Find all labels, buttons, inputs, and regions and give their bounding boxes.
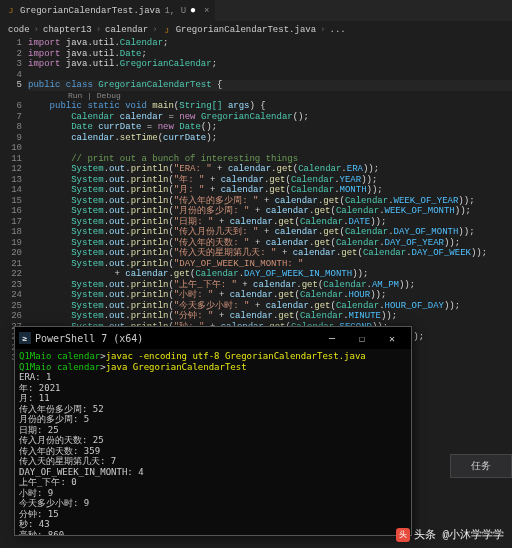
breadcrumb-item[interactable]: GregorianCalendarTest.java <box>176 25 316 35</box>
tab-filename: GregorianCalendarTest.java <box>20 6 160 16</box>
breadcrumb-item[interactable]: ... <box>330 25 346 35</box>
code-area[interactable]: import java.util.Calendar;import java.ut… <box>28 38 512 364</box>
close-icon[interactable]: × <box>204 6 209 16</box>
terminal-titlebar[interactable]: ≥ PowerShell 7 (x64) ─ ☐ ✕ <box>15 327 411 349</box>
maximize-button[interactable]: ☐ <box>347 328 377 348</box>
breadcrumb-item[interactable]: chapter13 <box>43 25 92 35</box>
chevron-right-icon: › <box>320 25 325 35</box>
breadcrumb-item[interactable]: code <box>8 25 30 35</box>
close-button[interactable]: ✕ <box>377 328 407 348</box>
chevron-right-icon: › <box>152 25 157 35</box>
line-gutter: 1234567891011121314151617181920212223242… <box>0 38 28 364</box>
java-file-icon: J <box>162 25 172 35</box>
tab-modified: 1, U <box>164 6 186 16</box>
breadcrumb-item[interactable]: calendar <box>105 25 148 35</box>
attribution-text: 头条 @小沐学学学 <box>414 527 504 542</box>
java-file-icon: J <box>6 6 16 16</box>
editor-tab[interactable]: J GregorianCalendarTest.java 1, U ● × <box>0 0 215 21</box>
tab-bar: J GregorianCalendarTest.java 1, U ● × <box>0 0 512 22</box>
task-button[interactable]: 任务 <box>450 454 512 478</box>
attribution: 头 头条 @小沐学学学 <box>396 527 504 542</box>
chevron-right-icon: › <box>34 25 39 35</box>
code-editor[interactable]: 1234567891011121314151617181920212223242… <box>0 38 512 364</box>
chevron-right-icon: › <box>96 25 101 35</box>
terminal-title: PowerShell 7 (x64) <box>35 333 143 344</box>
minimize-button[interactable]: ─ <box>317 328 347 348</box>
toutiao-icon: 头 <box>396 528 410 542</box>
terminal-body[interactable]: Q1Maio calendar>javac -encoding utf-8 Gr… <box>15 349 411 535</box>
powershell-icon: ≥ <box>19 332 31 344</box>
breadcrumb[interactable]: code› chapter13› calendar› J GregorianCa… <box>0 22 512 38</box>
modified-dot-icon: ● <box>190 5 196 16</box>
terminal-window: ≥ PowerShell 7 (x64) ─ ☐ ✕ Q1Maio calend… <box>14 326 412 536</box>
